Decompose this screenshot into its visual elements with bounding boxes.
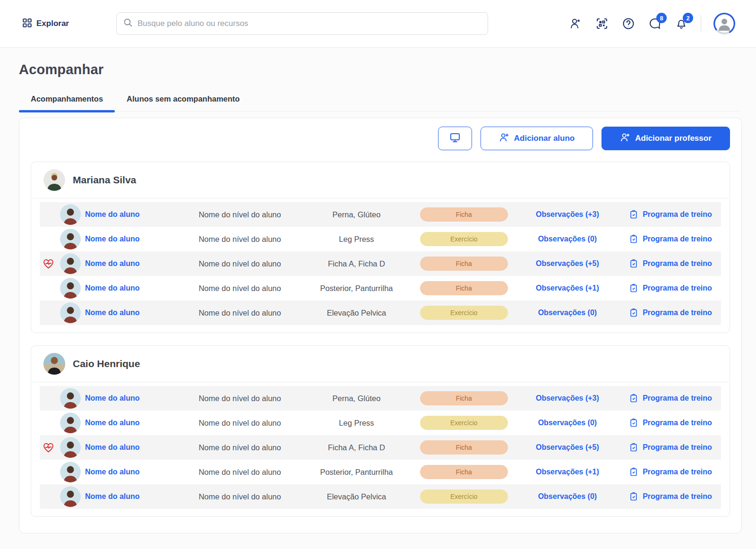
trainer-name: Caio Henrique xyxy=(73,358,140,369)
training-program-link[interactable]: Programa de treino xyxy=(620,283,721,293)
bell-badge: 2 xyxy=(683,13,693,23)
user-plus-icon xyxy=(499,132,509,145)
training-program-label: Programa de treino xyxy=(643,394,712,403)
student-row: Nome do aluno Nome do nível do aluno Fic… xyxy=(40,251,721,276)
student-level: Nome do nível do aluno xyxy=(180,259,300,268)
type-tag: Ficha xyxy=(420,465,508,479)
student-name-link[interactable]: Nome do aluno xyxy=(85,468,140,476)
user-star-icon[interactable] xyxy=(568,17,583,31)
student-level: Nome do nível do aluno xyxy=(180,443,300,452)
profile-avatar[interactable] xyxy=(713,13,735,34)
training-program-link[interactable]: Programa de treino xyxy=(620,308,721,317)
observations-link[interactable]: Observações (+5) xyxy=(515,443,620,452)
chat-icon[interactable]: 8 xyxy=(648,17,662,31)
student-name-link[interactable]: Nome do aluno xyxy=(85,492,140,500)
toolbar: Adicionar aluno Adicionar professor xyxy=(31,127,730,157)
training-program-label: Programa de treino xyxy=(643,492,712,501)
student-avatar xyxy=(56,278,85,299)
student-avatar xyxy=(56,229,85,249)
page-title: Acompanhar xyxy=(19,62,742,77)
topbar: Explorar xyxy=(0,0,756,48)
training-program-label: Programa de treino xyxy=(643,443,712,452)
training-program-link[interactable]: Programa de treino xyxy=(620,443,721,452)
tab-acompanhamentos[interactable]: Acompanhamentos xyxy=(19,89,115,111)
student-name-link[interactable]: Nome do aluno xyxy=(85,210,140,218)
observations-link[interactable]: Observações (+5) xyxy=(515,259,620,268)
training-program-link[interactable]: Programa de treino xyxy=(620,467,721,477)
student-name-link[interactable]: Nome do aluno xyxy=(85,235,140,243)
qr-scan-icon[interactable] xyxy=(595,17,609,31)
apps-grid-icon xyxy=(23,18,32,29)
add-student-button[interactable]: Adicionar aluno xyxy=(481,127,593,150)
student-exercise: Perna, Glúteo xyxy=(300,210,413,219)
training-program-link[interactable]: Programa de treino xyxy=(620,418,721,428)
observations-link[interactable]: Observações (0) xyxy=(515,419,620,427)
clipboard-icon xyxy=(629,492,638,501)
student-name-link[interactable]: Nome do aluno xyxy=(85,309,140,317)
student-level: Nome do nível do aluno xyxy=(180,284,300,293)
observations-link[interactable]: Observações (+1) xyxy=(515,284,620,292)
clipboard-icon xyxy=(629,308,638,317)
student-level: Nome do nível do aluno xyxy=(180,419,300,428)
observations-link[interactable]: Observações (+1) xyxy=(515,468,620,476)
type-tag: Ficha xyxy=(420,207,508,222)
student-exercise: Leg Press xyxy=(300,419,413,428)
training-program-link[interactable]: Programa de treino xyxy=(620,210,721,219)
observations-link[interactable]: Observações (0) xyxy=(515,492,620,501)
trainer-section-caio: Caio Henrique Nome do aluno Nome do nív xyxy=(31,345,730,517)
student-exercise: Elevação Pelvica xyxy=(300,309,413,317)
training-program-link[interactable]: Programa de treino xyxy=(620,234,721,244)
student-name-link[interactable]: Nome do aluno xyxy=(85,259,140,267)
clipboard-icon xyxy=(629,443,638,452)
help-icon[interactable] xyxy=(621,17,636,31)
student-row: Nome do aluno Nome do nível do aluno Pos… xyxy=(40,276,721,300)
add-teacher-button[interactable]: Adicionar professor xyxy=(601,127,730,150)
student-name-link[interactable]: Nome do aluno xyxy=(85,419,140,427)
search-input[interactable] xyxy=(137,19,481,28)
bell-icon[interactable]: 2 xyxy=(674,17,688,31)
add-teacher-label: Adicionar professor xyxy=(635,134,712,143)
student-name-link[interactable]: Nome do aluno xyxy=(85,394,140,402)
observations-link[interactable]: Observações (0) xyxy=(515,309,620,317)
student-name-link[interactable]: Nome do aluno xyxy=(85,284,140,292)
student-level: Nome do nível do aluno xyxy=(180,394,300,403)
student-exercise: Elevação Pelvica xyxy=(300,492,413,501)
type-tag: Ficha xyxy=(420,440,508,455)
search-bar[interactable] xyxy=(116,12,488,35)
trainer-header: Mariana Silva xyxy=(31,162,730,198)
trainer-name: Mariana Silva xyxy=(73,174,136,186)
observations-link[interactable]: Observações (0) xyxy=(515,235,620,243)
student-name-link[interactable]: Nome do aluno xyxy=(85,443,140,451)
trainer-section-mariana: Mariana Silva Nome do aluno Nome do nív xyxy=(31,162,730,333)
clipboard-icon xyxy=(629,283,638,293)
monitor-icon xyxy=(449,132,461,146)
student-avatar xyxy=(56,437,85,458)
observations-link[interactable]: Observações (+3) xyxy=(515,210,620,219)
trainer-avatar xyxy=(43,169,65,191)
training-program-link[interactable]: Programa de treino xyxy=(620,492,721,501)
heart-pulse-icon xyxy=(43,258,54,270)
clipboard-icon xyxy=(629,418,638,428)
student-level: Nome do nível do aluno xyxy=(180,235,300,244)
training-program-label: Programa de treino xyxy=(643,259,712,268)
main-content: Acompanhar Acompanhamentos Alunos sem ac… xyxy=(0,62,756,533)
trainer-avatar xyxy=(43,353,65,375)
student-avatar xyxy=(56,388,85,409)
student-level: Nome do nível do aluno xyxy=(180,210,300,219)
student-avatar xyxy=(56,253,85,274)
explorar-menu[interactable]: Explorar xyxy=(23,18,69,29)
student-avatar xyxy=(56,204,85,225)
student-row: Nome do aluno Nome do nível do aluno Ele… xyxy=(40,484,721,509)
student-exercise: Ficha A, Ficha D xyxy=(300,443,413,452)
student-exercise: Perna, Glúteo xyxy=(300,394,413,403)
user-plus-icon xyxy=(620,132,630,145)
student-exercise: Posterior, Panturrilha xyxy=(300,468,413,477)
training-program-link[interactable]: Programa de treino xyxy=(620,394,721,403)
training-program-label: Programa de treino xyxy=(643,309,712,317)
training-program-link[interactable]: Programa de treino xyxy=(620,259,721,268)
monitor-view-button[interactable] xyxy=(438,127,472,150)
tab-alunos-sem-acompanhamento[interactable]: Alunos sem acompanhamento xyxy=(115,89,251,111)
observations-link[interactable]: Observações (+3) xyxy=(515,394,620,403)
clipboard-icon xyxy=(629,234,638,244)
student-row: Nome do aluno Nome do nível do aluno Fic… xyxy=(40,435,721,460)
